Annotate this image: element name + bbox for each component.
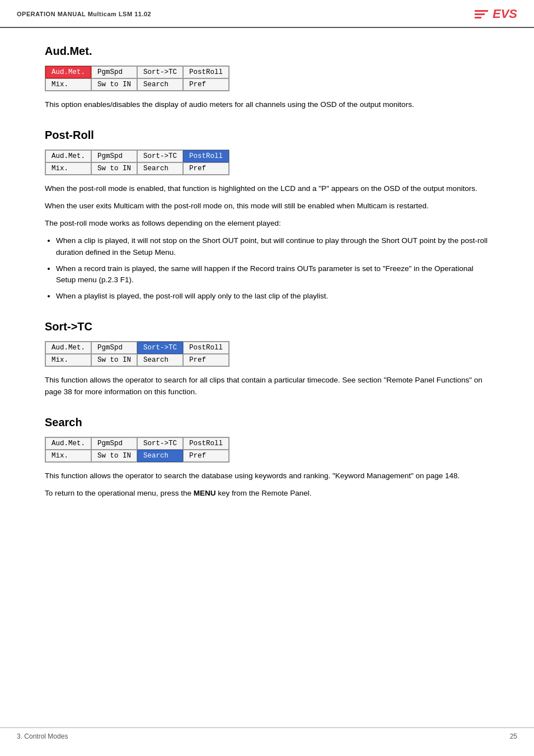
bullet-item-3: When a playlist is played, the post-roll…: [56, 291, 489, 302]
btn-search-1[interactable]: Search: [137, 78, 183, 91]
btn-search-2[interactable]: Search: [137, 162, 183, 175]
btn-swtoIN-1[interactable]: Sw to IN: [91, 78, 137, 91]
evs-logo: EVS: [475, 7, 517, 21]
section-post-roll: Post-Roll Aud.Met. PgmSpd Sort->TC PostR…: [45, 129, 489, 302]
btn-swtoIN-4[interactable]: Sw to IN: [91, 450, 137, 462]
para-sort-tc-1: This function allows the operator to sea…: [45, 375, 489, 398]
btn-sorttc-4[interactable]: Sort->TC: [137, 437, 183, 450]
btn-postroll-2[interactable]: PostRoll: [183, 150, 229, 162]
btn-pref-4[interactable]: Pref: [183, 450, 229, 462]
evs-logo-text: EVS: [493, 7, 517, 21]
button-grid-search: Aud.Met. PgmSpd Sort->TC PostRoll Mix. S…: [45, 437, 229, 463]
btn-pgmspd-4[interactable]: PgmSpd: [91, 437, 137, 450]
btn-pgmspd-1[interactable]: PgmSpd: [91, 66, 137, 78]
btn-postroll-4[interactable]: PostRoll: [183, 437, 229, 450]
section-title-aud-met: Aud.Met.: [45, 45, 489, 58]
btn-search-4[interactable]: Search: [137, 450, 183, 462]
btn-aud-met-2[interactable]: Aud.Met.: [45, 150, 91, 162]
evs-line-3: [475, 17, 481, 18]
btn-mix-2[interactable]: Mix.: [45, 162, 91, 175]
btn-aud-met-4[interactable]: Aud.Met.: [45, 437, 91, 450]
btn-mix-3[interactable]: Mix.: [45, 354, 91, 366]
btn-sorttc-2[interactable]: Sort->TC: [137, 150, 183, 162]
bullet-list-post-roll: When a clip is played, it will not stop …: [56, 235, 489, 303]
btn-pref-2[interactable]: Pref: [183, 162, 229, 175]
page-content: Aud.Met. Aud.Met. PgmSpd Sort->TC PostRo…: [0, 28, 534, 540]
btn-pgmspd-3[interactable]: PgmSpd: [91, 342, 137, 354]
section-title-post-roll: Post-Roll: [45, 129, 489, 142]
para-search-2: To return to the operational menu, press…: [45, 488, 489, 500]
bullet-item-1: When a clip is played, it will not stop …: [56, 235, 489, 259]
footer-right: 25: [510, 732, 517, 740]
button-grid-aud-met: Aud.Met. PgmSpd Sort->TC PostRoll Mix. S…: [45, 66, 229, 91]
document-title: OPERATION MANUAL Multicam LSM 11.02: [17, 11, 151, 17]
btn-search-3[interactable]: Search: [137, 354, 183, 366]
btn-swtoIN-2[interactable]: Sw to IN: [91, 162, 137, 175]
evs-line-2: [475, 13, 485, 15]
button-grid-sort-tc: Aud.Met. PgmSpd Sort->TC PostRoll Mix. S…: [45, 341, 229, 367]
btn-mix-1[interactable]: Mix.: [45, 78, 91, 91]
section-title-search: Search: [45, 416, 489, 429]
btn-pgmspd-2[interactable]: PgmSpd: [91, 150, 137, 162]
para-post-roll-3: The post-roll mode works as follows depe…: [45, 218, 489, 230]
bullet-item-2: When a record train is played, the same …: [56, 263, 489, 287]
para-aud-met-1: This option enables/disables the display…: [45, 99, 489, 111]
page-footer: 3. Control Modes 25: [0, 727, 534, 745]
para-post-roll-1: When the post-roll mode is enabled, that…: [45, 183, 489, 195]
para-post-roll-2: When the user exits Multicam with the po…: [45, 200, 489, 212]
btn-postroll-1[interactable]: PostRoll: [183, 66, 229, 78]
button-grid-post-roll: Aud.Met. PgmSpd Sort->TC PostRoll Mix. S…: [45, 150, 229, 175]
section-sort-tc: Sort->TC Aud.Met. PgmSpd Sort->TC PostRo…: [45, 320, 489, 398]
btn-mix-4[interactable]: Mix.: [45, 450, 91, 462]
footer-left: 3. Control Modes: [17, 732, 68, 740]
section-title-sort-tc: Sort->TC: [45, 320, 489, 333]
evs-lines-decoration: [475, 10, 488, 18]
para-search-1: This function allows the operator to sea…: [45, 470, 489, 482]
btn-sorttc-1[interactable]: Sort->TC: [137, 66, 183, 78]
evs-line-1: [475, 10, 488, 12]
page-header: OPERATION MANUAL Multicam LSM 11.02 EVS: [0, 0, 534, 28]
section-search: Search Aud.Met. PgmSpd Sort->TC PostRoll…: [45, 416, 489, 500]
btn-aud-met-3[interactable]: Aud.Met.: [45, 342, 91, 354]
btn-swtoIN-3[interactable]: Sw to IN: [91, 354, 137, 366]
btn-pref-1[interactable]: Pref: [183, 78, 229, 91]
btn-sorttc-3[interactable]: Sort->TC: [137, 342, 183, 354]
btn-postroll-3[interactable]: PostRoll: [183, 342, 229, 354]
btn-aud-met-1[interactable]: Aud.Met.: [45, 66, 91, 78]
btn-pref-3[interactable]: Pref: [183, 354, 229, 366]
section-aud-met: Aud.Met. Aud.Met. PgmSpd Sort->TC PostRo…: [45, 45, 489, 111]
